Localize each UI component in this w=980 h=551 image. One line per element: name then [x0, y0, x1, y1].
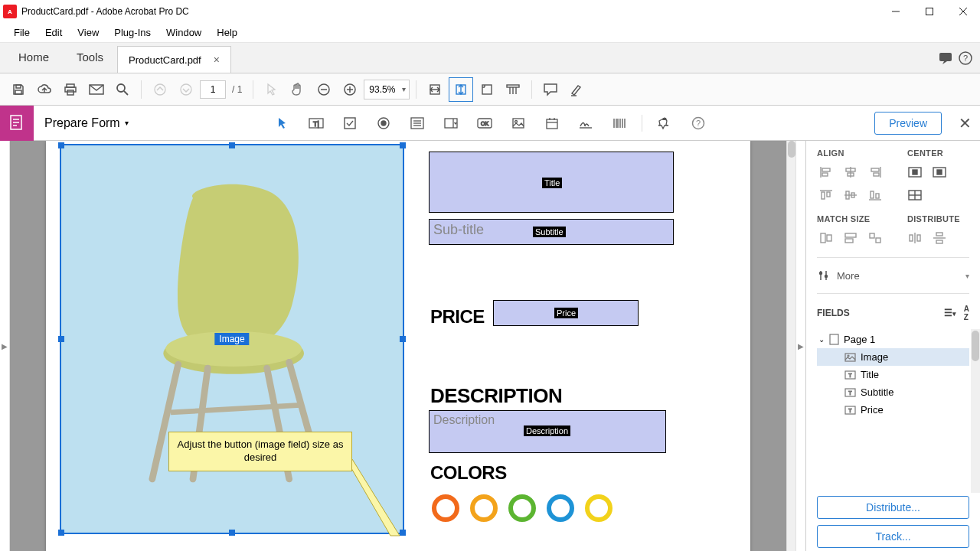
align-bottom-icon[interactable] — [866, 187, 884, 204]
tab-tools[interactable]: Tools — [63, 43, 117, 73]
checkbox-tool-icon[interactable] — [338, 112, 361, 135]
search-icon[interactable] — [110, 77, 135, 102]
zoom-in-icon[interactable] — [338, 77, 362, 102]
resize-handle[interactable] — [400, 142, 406, 148]
menu-file[interactable]: File — [6, 24, 38, 41]
color-swatch-orange[interactable] — [432, 494, 459, 522]
page-up-icon[interactable] — [148, 77, 172, 102]
text-field-tool-icon[interactable]: T| — [305, 112, 328, 135]
left-rail-toggle[interactable]: ▶ — [0, 141, 10, 551]
tab-close-icon[interactable]: × — [214, 54, 220, 66]
align-middle-icon[interactable] — [841, 187, 860, 204]
mail-icon[interactable] — [84, 77, 109, 102]
fields-sort-icon[interactable]: ☰▾ — [944, 308, 956, 318]
pointer-icon[interactable] — [260, 77, 284, 102]
signature-tool-icon[interactable] — [574, 112, 597, 135]
resize-handle[interactable] — [58, 530, 64, 536]
print-icon[interactable] — [58, 77, 83, 102]
distribute-v-icon[interactable] — [930, 230, 949, 246]
maximize-button[interactable] — [913, 0, 946, 23]
notifications-icon[interactable] — [936, 43, 956, 73]
comment-icon[interactable] — [538, 77, 563, 102]
select-tool-icon[interactable] — [271, 112, 294, 135]
match-height-icon[interactable] — [841, 230, 860, 246]
resize-handle[interactable] — [58, 336, 64, 342]
save-icon[interactable] — [6, 77, 31, 102]
minimize-button[interactable] — [879, 0, 913, 23]
document-viewport[interactable]: Image Adjust the button (image field) si… — [10, 141, 786, 551]
close-mode-button[interactable]: ✕ — [949, 108, 980, 139]
color-swatch-amber[interactable] — [470, 494, 498, 522]
align-left-icon[interactable] — [817, 164, 835, 181]
resize-handle[interactable] — [58, 142, 64, 148]
fit-width-icon[interactable] — [423, 77, 447, 102]
svg-point-38 — [381, 121, 386, 126]
radio-tool-icon[interactable] — [372, 112, 395, 135]
fullscreen-icon[interactable] — [475, 77, 499, 102]
help-icon[interactable]: ? — [956, 43, 975, 73]
svg-rect-101 — [936, 240, 942, 243]
more-dropdown[interactable]: More ▾ — [806, 261, 980, 290]
page-number-input[interactable] — [200, 80, 226, 99]
zoom-out-icon[interactable] — [312, 77, 336, 102]
document-scrollbar[interactable] — [786, 141, 795, 551]
menu-help[interactable]: Help — [209, 24, 245, 41]
align-right-icon[interactable] — [866, 164, 884, 181]
zoom-level-dropdown[interactable]: 93.5% — [364, 80, 410, 99]
fields-tree-scrollbar[interactable] — [971, 329, 980, 493]
right-rail-toggle[interactable]: ▶ — [795, 141, 805, 551]
color-swatch-blue[interactable] — [547, 494, 574, 522]
read-mode-icon[interactable] — [501, 77, 525, 102]
tree-page-row[interactable]: ⌄ Page 1 — [817, 331, 969, 348]
preview-button[interactable]: Preview — [874, 112, 942, 135]
fields-az-icon[interactable]: AZ — [964, 305, 969, 321]
distribute-h-icon[interactable] — [906, 230, 924, 246]
barcode-tool-icon[interactable] — [608, 112, 631, 135]
listbox-tool-icon[interactable] — [406, 112, 429, 135]
mode-title-dropdown[interactable]: Prepare Form▾ — [34, 116, 139, 130]
dropdown-tool-icon[interactable] — [439, 112, 462, 135]
menu-window[interactable]: Window — [158, 24, 209, 41]
svg-point-15 — [155, 84, 165, 95]
date-field-tool-icon[interactable] — [541, 112, 564, 135]
resize-handle[interactable] — [400, 336, 406, 342]
match-size-heading: MATCH SIZE — [817, 214, 907, 223]
tab-document[interactable]: ProductCard.pdf × — [117, 46, 231, 73]
menu-view[interactable]: View — [70, 24, 106, 41]
color-swatch-yellow[interactable] — [585, 494, 612, 522]
pin-icon[interactable] — [653, 112, 676, 135]
button-tool-icon[interactable]: OK — [473, 112, 496, 135]
center-h-icon[interactable] — [906, 164, 924, 181]
center-both-icon[interactable] — [906, 187, 924, 204]
svg-rect-104 — [830, 334, 838, 344]
tree-item-image[interactable]: Image — [817, 348, 969, 366]
highlight-icon[interactable] — [564, 77, 589, 102]
image-field-tool-icon[interactable] — [507, 112, 530, 135]
tool-help-icon[interactable]: ? — [687, 112, 710, 135]
tree-item-subtitle[interactable]: T Subtitle — [817, 383, 969, 401]
svg-rect-97 — [910, 235, 913, 241]
hand-icon[interactable] — [286, 77, 310, 102]
page-down-icon[interactable] — [174, 77, 198, 102]
distribute-button[interactable]: Distribute... — [817, 496, 969, 519]
menu-edit[interactable]: Edit — [38, 24, 70, 41]
align-top-icon[interactable] — [817, 187, 835, 204]
resize-handle[interactable] — [229, 530, 235, 536]
cloud-icon[interactable] — [32, 77, 57, 102]
match-both-icon[interactable] — [866, 230, 884, 246]
tree-item-title[interactable]: T Title — [817, 366, 969, 383]
tree-item-price[interactable]: T Price — [817, 401, 969, 419]
tab-home[interactable]: Home — [5, 43, 63, 73]
resize-handle[interactable] — [229, 142, 235, 148]
menu-plugins[interactable]: Plug-Ins — [106, 24, 158, 41]
center-v-icon[interactable] — [930, 164, 949, 181]
svg-rect-93 — [845, 239, 853, 243]
mode-bar: Prepare Form▾ T| OK ? Preview ✕ — [0, 106, 980, 141]
subtitle-field-chip: Subtitle — [533, 227, 566, 237]
match-width-icon[interactable] — [817, 230, 835, 246]
track-button[interactable]: Track... — [817, 525, 969, 548]
close-window-button[interactable] — [946, 0, 980, 23]
fit-page-icon[interactable] — [449, 77, 473, 102]
align-center-h-icon[interactable] — [841, 164, 860, 181]
color-swatch-green[interactable] — [508, 494, 536, 522]
